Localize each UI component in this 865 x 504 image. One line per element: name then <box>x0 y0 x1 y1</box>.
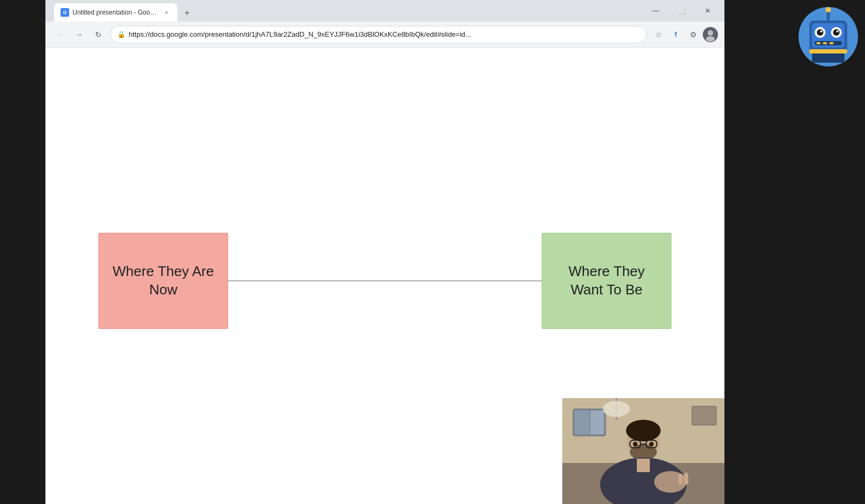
browser-window: G Untitled presentation - Google S × + —… <box>45 0 724 504</box>
svg-rect-25 <box>590 411 604 434</box>
maximize-button[interactable]: ⬜ <box>669 3 694 19</box>
right-box: Where They Want To Be <box>542 232 671 328</box>
svg-point-35 <box>633 442 637 446</box>
video-content <box>562 398 724 504</box>
refresh-button[interactable]: ↻ <box>91 27 106 42</box>
title-bar: G Untitled presentation - Google S × + —… <box>45 0 724 22</box>
facebook-icon[interactable]: f <box>668 27 683 42</box>
tab-close-button[interactable]: × <box>162 8 171 17</box>
svg-rect-26 <box>692 406 716 425</box>
svg-rect-24 <box>575 411 589 434</box>
svg-rect-41 <box>684 473 688 485</box>
svg-point-30 <box>626 420 661 441</box>
svg-point-28 <box>603 401 630 417</box>
back-button[interactable]: ← <box>52 27 67 42</box>
tab-label: Untitled presentation - Google S <box>72 9 159 16</box>
diagram: Where They Are Now Where They Want To Be <box>98 232 671 328</box>
lock-icon: 🔒 <box>117 31 125 38</box>
robot-avatar <box>796 4 861 69</box>
new-tab-button[interactable]: + <box>179 5 195 21</box>
tab-bar: G Untitled presentation - Google S × + <box>50 0 195 22</box>
avatar[interactable] <box>703 27 718 42</box>
side-panel-right <box>724 0 865 504</box>
settings-icon[interactable]: ⚙ <box>686 27 701 42</box>
svg-point-7 <box>820 30 822 32</box>
left-box: Where They Are Now <box>98 232 228 328</box>
svg-rect-40 <box>678 474 683 485</box>
svg-rect-10 <box>816 42 821 44</box>
svg-rect-12 <box>829 42 834 44</box>
svg-point-5 <box>817 29 823 36</box>
bookmark-icon[interactable]: ☆ <box>651 27 666 42</box>
video-overlay <box>562 398 724 504</box>
toolbar-icons: ☆ f ⚙ <box>651 27 718 42</box>
close-button[interactable]: ✕ <box>695 3 720 19</box>
window-controls: — ⬜ ✕ <box>643 0 720 22</box>
url-bar[interactable]: 🔒 https://docs.google.com/presentation/d… <box>110 26 647 43</box>
svg-point-36 <box>649 442 654 446</box>
tab-favicon: G <box>61 8 69 17</box>
forward-button[interactable]: → <box>71 27 86 42</box>
svg-rect-38 <box>637 459 650 472</box>
svg-rect-16 <box>809 49 847 53</box>
svg-point-14 <box>826 7 831 12</box>
address-bar: ← → ↻ 🔒 https://docs.google.com/presenta… <box>45 22 724 48</box>
svg-point-6 <box>833 29 840 36</box>
connector-line <box>228 280 542 281</box>
svg-point-8 <box>836 30 839 32</box>
url-text: https://docs.google.com/presentation/d/1… <box>129 30 640 38</box>
svg-rect-11 <box>823 42 827 44</box>
slide-area: Where They Are Now Where They Want To Be <box>45 48 724 504</box>
minimize-button[interactable]: — <box>643 3 668 19</box>
svg-point-18 <box>708 30 713 36</box>
side-panel-left <box>0 0 45 504</box>
active-tab[interactable]: G Untitled presentation - Google S × <box>54 3 177 22</box>
svg-point-19 <box>706 36 715 42</box>
